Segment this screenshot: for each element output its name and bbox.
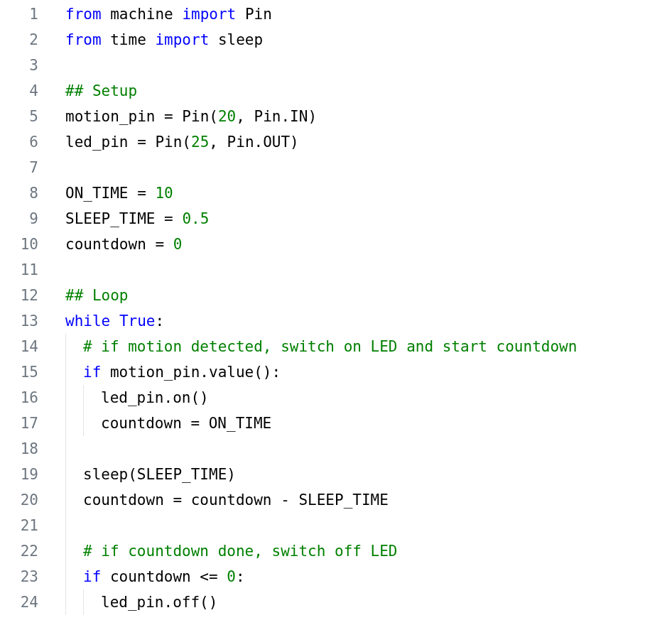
token-plain: machine: [102, 6, 183, 23]
code-line[interactable]: [65, 436, 672, 462]
indent-guide: [65, 589, 66, 615]
token-kw: from: [65, 6, 102, 23]
line-number: 18: [0, 436, 44, 462]
indent-guide: [65, 411, 66, 436]
token-kw: if: [83, 364, 101, 381]
token-num: 10: [155, 185, 173, 202]
indent-guide: [83, 411, 84, 436]
indent-guide: [65, 436, 66, 462]
token-plain: ON_TIME =: [65, 185, 155, 202]
code-line[interactable]: led_pin.on(): [65, 385, 672, 411]
code-line[interactable]: from machine import Pin: [65, 1, 672, 27]
token-plain: :: [155, 312, 164, 330]
token-plain: countdown =: [65, 236, 173, 253]
line-number: 22: [0, 538, 44, 564]
line-number: 3: [0, 53, 44, 78]
line-number: 15: [0, 359, 44, 385]
token-num: 0: [173, 236, 183, 253]
code-line[interactable]: [65, 257, 672, 283]
line-number: 14: [0, 334, 44, 359]
indent-guide: [65, 513, 66, 538]
line-number: 20: [0, 487, 44, 513]
indent-guide: [83, 589, 84, 615]
line-number: 16: [0, 385, 44, 411]
line-number-gutter: 123456789101112131415161718192021222324: [0, 1, 44, 615]
token-kw: import: [182, 6, 236, 23]
token-plain: countdown = ON_TIME: [101, 415, 271, 432]
token-plain: :: [236, 568, 245, 585]
code-line[interactable]: from time import sleep: [65, 27, 672, 53]
code-line[interactable]: ## Loop: [65, 283, 672, 308]
code-line[interactable]: led_pin = Pin(25, Pin.OUT): [65, 129, 672, 155]
code-line[interactable]: # if motion detected, switch on LED and …: [65, 334, 672, 359]
token-plain: , Pin.OUT): [209, 134, 298, 151]
token-plain: led_pin = Pin(: [65, 134, 191, 151]
line-number: 2: [0, 27, 44, 53]
token-cm: # if countdown done, switch off LED: [83, 543, 398, 560]
token-num: 25: [191, 134, 209, 151]
token-plain: , Pin.IN): [236, 108, 317, 125]
code-line[interactable]: if motion_pin.value():: [65, 359, 672, 385]
token-plain: Pin: [236, 6, 272, 23]
code-line[interactable]: sleep(SLEEP_TIME): [65, 462, 672, 487]
token-plain: countdown = countdown - SLEEP_TIME: [83, 491, 389, 509]
token-plain: motion_pin.value():: [101, 364, 281, 381]
token-plain: [110, 312, 119, 330]
code-line[interactable]: countdown = 0: [65, 232, 672, 257]
code-line[interactable]: ON_TIME = 10: [65, 180, 672, 206]
line-number: 5: [0, 104, 44, 129]
token-num: 0.5: [182, 210, 209, 227]
line-number: 6: [0, 129, 44, 155]
token-kw: while: [65, 312, 110, 330]
indent-guide: [65, 385, 66, 411]
token-num: 0: [227, 568, 236, 585]
code-line[interactable]: led_pin.off(): [65, 589, 672, 615]
line-number: 17: [0, 411, 44, 436]
code-line[interactable]: motion_pin = Pin(20, Pin.IN): [65, 104, 672, 129]
code-line[interactable]: SLEEP_TIME = 0.5: [65, 206, 672, 232]
code-area[interactable]: from machine import Pinfrom time import …: [44, 1, 672, 615]
token-cm: ## Loop: [65, 287, 129, 304]
line-number: 12: [0, 283, 44, 308]
indent-guide: [65, 462, 66, 487]
code-editor[interactable]: 123456789101112131415161718192021222324 …: [0, 0, 672, 622]
token-bc: True: [119, 312, 156, 330]
code-line[interactable]: [65, 513, 672, 538]
indent-guide: [65, 487, 66, 513]
line-number: 24: [0, 589, 44, 615]
line-number: 10: [0, 232, 44, 257]
line-number: 21: [0, 513, 44, 538]
line-number: 7: [0, 155, 44, 180]
code-line[interactable]: [65, 53, 672, 78]
token-kw: if: [83, 568, 101, 585]
token-kw: from: [65, 31, 102, 48]
code-line[interactable]: while True:: [65, 308, 672, 334]
line-number: 4: [0, 78, 44, 104]
indent-guide: [65, 359, 66, 385]
line-number: 1: [0, 1, 44, 27]
indent-guide: [65, 334, 66, 359]
token-plain: time: [102, 31, 156, 48]
code-line[interactable]: countdown = ON_TIME: [65, 411, 672, 436]
code-line[interactable]: [65, 155, 672, 180]
line-number: 8: [0, 180, 44, 206]
indent-guide: [65, 538, 66, 564]
token-plain: motion_pin = Pin(: [65, 108, 218, 125]
token-plain: SLEEP_TIME =: [65, 210, 182, 227]
code-line[interactable]: # if countdown done, switch off LED: [65, 538, 672, 564]
code-line[interactable]: ## Setup: [65, 78, 672, 104]
code-line[interactable]: countdown = countdown - SLEEP_TIME: [65, 487, 672, 513]
token-kw: import: [155, 31, 209, 48]
token-plain: led_pin.off(): [101, 594, 217, 611]
indent-guide: [83, 385, 84, 411]
code-line[interactable]: if countdown <= 0:: [65, 564, 672, 589]
token-plain: countdown <=: [101, 568, 227, 585]
token-plain: led_pin.on(): [101, 389, 209, 406]
token-num: 20: [218, 108, 236, 125]
indent-guide: [65, 564, 66, 589]
token-plain: sleep: [209, 31, 263, 48]
line-number: 19: [0, 462, 44, 487]
line-number: 11: [0, 257, 44, 283]
line-number: 13: [0, 308, 44, 334]
line-number: 9: [0, 206, 44, 232]
